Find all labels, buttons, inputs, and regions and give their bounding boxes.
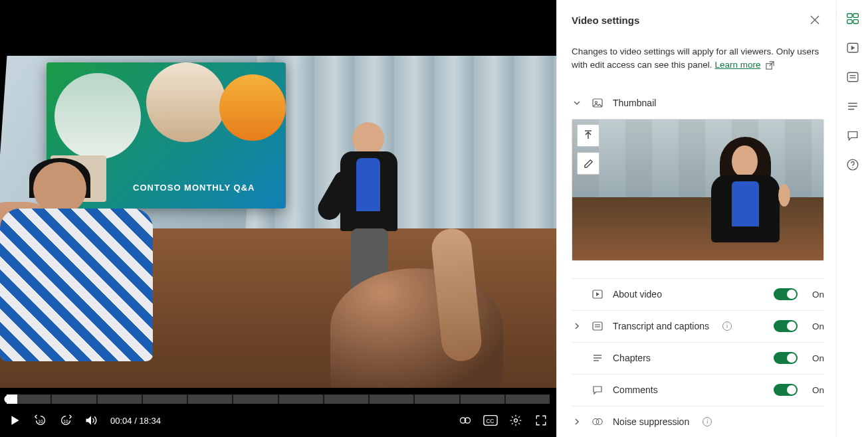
- svg-text:10: 10: [38, 419, 43, 424]
- upload-thumbnail-button[interactable]: [577, 124, 599, 147]
- svg-text:CC: CC: [487, 418, 494, 424]
- svg-point-26: [596, 419, 602, 425]
- rail-help-button[interactable]: [843, 155, 862, 174]
- playback-settings-button[interactable]: [508, 413, 523, 428]
- right-rail: [836, 0, 868, 437]
- svg-point-40: [852, 167, 853, 168]
- svg-rect-29: [847, 20, 852, 24]
- svg-rect-27: [847, 14, 852, 18]
- external-link-icon: [766, 61, 774, 70]
- comments-icon: [592, 385, 603, 395]
- chevron-down-icon: [572, 99, 582, 107]
- rewind-10-button[interactable]: 10: [33, 413, 48, 428]
- svg-rect-28: [853, 14, 858, 18]
- learn-more-link[interactable]: Learn more: [714, 60, 760, 70]
- transcript-icon: [592, 321, 603, 331]
- chevron-right-icon: [572, 418, 582, 426]
- video-scene: CONTOSO MONTHLY Q&A: [0, 56, 556, 388]
- chapters-icon: [592, 353, 603, 363]
- edit-thumbnail-button[interactable]: [577, 152, 599, 175]
- svg-rect-30: [853, 20, 858, 24]
- svg-point-25: [593, 419, 599, 425]
- transcript-toggle[interactable]: [774, 320, 798, 332]
- toggle-state-label: On: [812, 290, 824, 300]
- section-label: About video: [613, 289, 662, 300]
- rail-comments-button[interactable]: [843, 126, 862, 145]
- svg-marker-3: [86, 416, 92, 424]
- svg-marker-18: [596, 292, 599, 296]
- section-transcript[interactable]: Transcript and captions i On: [572, 310, 824, 342]
- section-thumbnail-header[interactable]: Thumbnail: [572, 87, 824, 119]
- close-panel-button[interactable]: [806, 11, 824, 29]
- section-chapters[interactable]: Chapters On: [572, 342, 824, 374]
- section-label: Comments: [613, 385, 658, 395]
- svg-marker-0: [11, 416, 19, 425]
- rail-chapters-button[interactable]: [843, 97, 862, 116]
- section-comments[interactable]: Comments On: [572, 374, 824, 406]
- about-video-toggle[interactable]: [774, 288, 798, 300]
- player-controls: 10 10 00:04 / 18:34 CC: [0, 404, 556, 437]
- video-settings-panel: Video settings Changes to video settings…: [556, 0, 868, 437]
- thumbnail-preview-area: [572, 119, 824, 261]
- section-label: Thumbnail: [613, 98, 656, 108]
- section-noise-suppression[interactable]: Noise suppression i: [572, 406, 824, 437]
- comments-toggle[interactable]: [774, 384, 798, 396]
- chapters-toggle[interactable]: [774, 352, 798, 364]
- playback-timeline[interactable]: [7, 394, 550, 404]
- section-label: Noise suppression: [613, 416, 689, 427]
- noise-suppression-button[interactable]: [458, 413, 473, 428]
- svg-marker-32: [851, 46, 855, 50]
- audience-figure: [0, 162, 173, 361]
- section-about-video[interactable]: About video On: [572, 278, 824, 310]
- svg-rect-19: [593, 322, 602, 330]
- volume-button[interactable]: [84, 413, 98, 428]
- captions-button[interactable]: CC: [483, 413, 498, 428]
- fullscreen-button[interactable]: [534, 413, 548, 428]
- panel-description: Changes to video settings will apply for…: [572, 45, 824, 71]
- rail-transcript-button[interactable]: [843, 68, 862, 86]
- forward-10-button[interactable]: 10: [58, 413, 73, 428]
- svg-text:10: 10: [63, 419, 68, 424]
- toggle-state-label: On: [812, 321, 824, 331]
- rail-video-settings-button[interactable]: [843, 9, 862, 28]
- noise-icon: [592, 416, 603, 427]
- chevron-right-icon: [572, 322, 582, 330]
- panel-title: Video settings: [572, 15, 639, 26]
- thumbnail-image: [572, 119, 824, 261]
- svg-point-8: [514, 419, 518, 422]
- play-button[interactable]: [8, 413, 23, 428]
- playback-time: 00:04 / 18:34: [110, 416, 161, 426]
- rail-about-video-button[interactable]: [843, 39, 862, 57]
- info-icon[interactable]: i: [722, 321, 732, 331]
- svg-rect-33: [847, 72, 858, 82]
- scrub-handle[interactable]: [4, 395, 12, 403]
- thumbnail-icon: [592, 98, 603, 108]
- video-frame[interactable]: CONTOSO MONTHLY Q&A: [0, 0, 556, 394]
- toggle-state-label: On: [812, 385, 824, 395]
- about-video-icon: [592, 289, 603, 300]
- toggle-state-label: On: [812, 353, 824, 363]
- video-player: CONTOSO MONTHLY Q&A: [0, 0, 556, 437]
- section-label: Chapters: [613, 353, 651, 363]
- svg-point-14: [596, 102, 597, 104]
- section-label: Transcript and captions: [613, 321, 709, 331]
- info-icon[interactable]: i: [703, 417, 712, 426]
